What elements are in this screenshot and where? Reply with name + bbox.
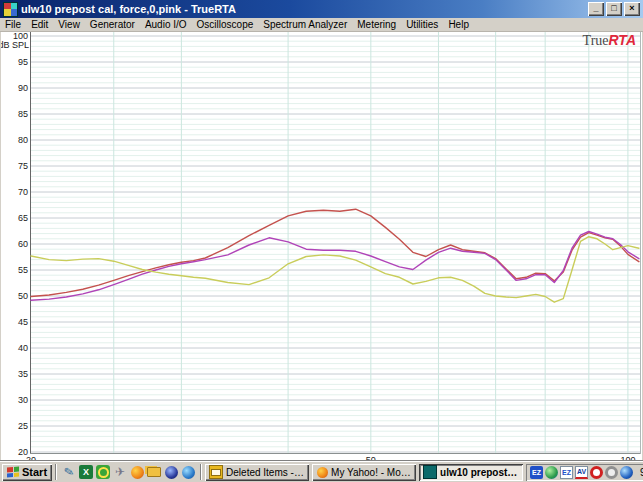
blue-sphere-icon[interactable] xyxy=(620,466,633,479)
folder-icon[interactable] xyxy=(147,465,161,479)
magenta-trace xyxy=(31,232,639,301)
taskbar-button-truerta[interactable]: ulw10 prepost cal, fo... xyxy=(419,464,523,481)
red-trace xyxy=(31,209,639,296)
globe-tray-icon[interactable] xyxy=(545,466,558,479)
media-player-icon[interactable] xyxy=(165,466,178,479)
ez-white-icon[interactable]: EZ xyxy=(560,466,573,479)
y-tick-label: 60 xyxy=(18,239,28,249)
menu-spectrum-analyzer[interactable]: Spectrum Analyzer xyxy=(258,19,352,30)
y-axis-unit-label: dB SPL xyxy=(1,40,29,50)
y-tick-label: 90 xyxy=(18,83,28,93)
quick-launch-bar: ✎ X ✈ xyxy=(60,465,197,479)
taskbar-button-deleted-items[interactable]: Deleted Items - Microsoft ... xyxy=(205,464,309,481)
truerta-icon xyxy=(423,465,437,479)
menu-metering[interactable]: Metering xyxy=(352,19,401,30)
maximize-button[interactable]: □ xyxy=(606,2,622,16)
menu-utilities[interactable]: Utilities xyxy=(401,19,443,30)
red-ring-icon[interactable] xyxy=(590,466,603,479)
y-tick-label: 55 xyxy=(18,265,28,275)
logo-true-text: True xyxy=(583,33,609,48)
windows-taskbar: Start ✎ X ✈ Deleted Items - Microsoft ..… xyxy=(0,461,643,482)
system-tray: EZ EZ AV 9:57 AM xyxy=(526,464,643,481)
excel-icon[interactable]: X xyxy=(79,465,93,479)
y-tick-label: 65 xyxy=(18,213,28,223)
y-tick-label: 85 xyxy=(18,109,28,119)
av-icon[interactable]: AV xyxy=(575,466,588,479)
outlook-icon xyxy=(209,465,223,479)
menu-help[interactable]: Help xyxy=(443,19,474,30)
globe-icon[interactable] xyxy=(182,466,195,479)
taskbar-button-label: Deleted Items - Microsoft ... xyxy=(226,467,305,478)
menu-audio-io[interactable]: Audio I/O xyxy=(140,19,192,30)
taskbar-separator xyxy=(55,464,57,480)
truerta-app-icon[interactable] xyxy=(3,2,18,17)
taskbar-button-firefox[interactable]: My Yahoo! - Mozilla Firefox xyxy=(312,464,416,481)
y-tick-label: 50 xyxy=(18,291,28,301)
y-tick-label: 70 xyxy=(18,187,28,197)
taskbar-button-label: My Yahoo! - Mozilla Firefox xyxy=(331,467,412,478)
firefox-icon[interactable] xyxy=(131,466,144,479)
yellow-trace xyxy=(31,237,639,303)
green-badge-icon[interactable] xyxy=(96,465,110,479)
y-tick-label: 35 xyxy=(18,369,28,379)
menu-oscilloscope[interactable]: Oscilloscope xyxy=(192,19,259,30)
window-title: ulw10 prepost cal, force,0,pink - TrueRT… xyxy=(21,3,588,15)
windows-flag-icon xyxy=(7,467,19,478)
gray-ring-icon[interactable] xyxy=(605,466,618,479)
y-tick-label: 75 xyxy=(18,161,28,171)
minimize-button[interactable]: _ xyxy=(588,2,604,16)
y-tick-label: 25 xyxy=(18,421,28,431)
pen-icon[interactable]: ✎ xyxy=(61,464,77,480)
start-button[interactable]: Start xyxy=(2,464,52,481)
ez-blue-icon[interactable]: EZ xyxy=(530,466,543,479)
taskbar-clock[interactable]: 9:57 AM xyxy=(635,467,643,478)
start-label: Start xyxy=(22,466,47,478)
title-bar: ulw10 prepost cal, force,0,pink - TrueRT… xyxy=(0,0,643,18)
menu-file[interactable]: File xyxy=(0,19,26,30)
spl-frequency-chart: 10095908580757065605550454035302520dB SP… xyxy=(1,32,642,461)
airplane-icon[interactable]: ✈ xyxy=(113,465,127,479)
menu-view[interactable]: View xyxy=(53,19,85,30)
logo-rta-text: RTA xyxy=(609,32,636,48)
y-tick-label: 95 xyxy=(18,57,28,67)
y-tick-label: 30 xyxy=(18,395,28,405)
y-tick-label: 80 xyxy=(18,135,28,145)
menu-generator[interactable]: Generator xyxy=(85,19,140,30)
close-button[interactable]: × xyxy=(624,2,640,16)
y-tick-label: 45 xyxy=(18,317,28,327)
firefox-icon xyxy=(317,467,328,478)
taskbar-separator xyxy=(200,464,202,480)
taskbar-button-label: ulw10 prepost cal, fo... xyxy=(440,467,519,478)
menu-edit[interactable]: Edit xyxy=(26,19,53,30)
spectrum-chart-area: 10095908580757065605550454035302520dB SP… xyxy=(0,32,643,461)
truerta-logo: TrueRTA xyxy=(583,33,636,48)
menu-bar: File Edit View Generator Audio I/O Oscil… xyxy=(0,18,643,32)
y-tick-label: 40 xyxy=(18,343,28,353)
